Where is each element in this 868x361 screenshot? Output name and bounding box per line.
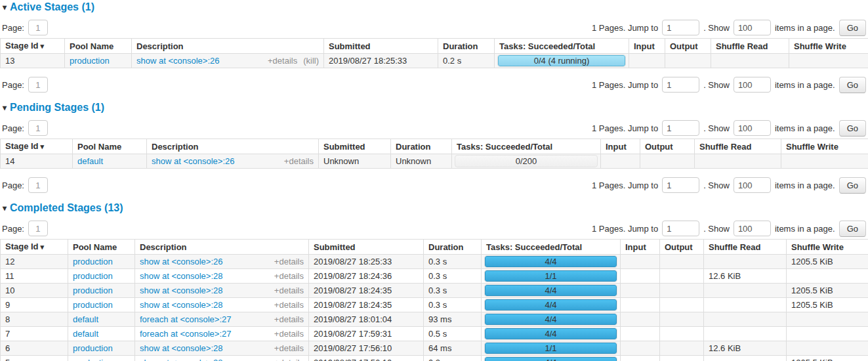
go-button[interactable]: Go <box>839 177 866 194</box>
col-header-shuffle-read[interactable]: Shuffle Read <box>695 139 781 154</box>
col-header-tasks[interactable]: Tasks: Succeeded/Total <box>482 240 621 255</box>
col-header-pool-name[interactable]: Pool Name <box>73 139 147 154</box>
description-link[interactable]: show at <console>:28 <box>140 358 222 361</box>
pool-name-link[interactable]: default <box>73 314 98 324</box>
details-toggle[interactable]: +details <box>274 257 304 266</box>
description-link[interactable]: foreach at <console>:27 <box>140 329 232 339</box>
details-toggle[interactable]: +details <box>274 286 304 295</box>
stage-row: 12productionshow at <console>:26+details… <box>1 255 868 269</box>
pool-name-link[interactable]: production <box>73 257 113 266</box>
col-header-stage-id[interactable]: Stage Id▾ <box>1 240 68 255</box>
page-label: Page: <box>2 224 24 234</box>
col-header-output[interactable]: Output <box>640 139 695 154</box>
col-header-description[interactable]: Description <box>132 39 324 54</box>
jump-to-page-input[interactable] <box>662 20 699 35</box>
details-toggle[interactable]: +details <box>274 358 304 361</box>
col-header-duration[interactable]: Duration <box>391 139 452 154</box>
go-button[interactable]: Go <box>839 120 866 137</box>
details-toggle[interactable]: +details <box>284 156 314 166</box>
jump-to-page-input[interactable] <box>662 77 699 93</box>
pool-name-link[interactable]: production <box>73 300 113 310</box>
page-number-input[interactable] <box>28 77 48 93</box>
col-header-input[interactable]: Input <box>621 240 660 255</box>
col-header-tasks[interactable]: Tasks: Succeeded/Total <box>495 39 629 54</box>
show-items-input[interactable] <box>734 120 771 136</box>
duration-cell: 0.3 s <box>424 255 482 269</box>
col-header-tasks[interactable]: Tasks: Succeeded/Total <box>452 139 601 154</box>
details-toggle[interactable]: +details <box>274 300 304 310</box>
sort-desc-icon: ▾ <box>41 243 45 251</box>
description-link[interactable]: show at <console>:28 <box>140 271 222 281</box>
col-header-pool-name[interactable]: Pool Name <box>65 39 132 54</box>
col-header-description[interactable]: Description <box>135 240 309 255</box>
page-number-input[interactable] <box>28 120 48 136</box>
col-header-shuffle-write[interactable]: Shuffle Write <box>781 139 868 154</box>
col-header-stage-id[interactable]: Stage Id▾ <box>1 39 65 54</box>
col-header-stage-id[interactable]: Stage Id▾ <box>1 139 73 154</box>
section-title-link[interactable]: Active Stages (1) <box>10 1 94 12</box>
pool-name-link[interactable]: production <box>73 271 113 281</box>
col-header-description[interactable]: Description <box>147 139 319 154</box>
page-number-input[interactable] <box>28 177 48 193</box>
col-header-submitted[interactable]: Submitted <box>309 240 424 255</box>
collapse-arrow-icon[interactable]: ▾ <box>3 3 7 12</box>
pagination-bar: Page: 1 Pages. Jump to . Show items in a… <box>2 220 866 237</box>
tasks-progress-bar: 0/4 (4 running) <box>497 54 626 67</box>
col-header-output[interactable]: Output <box>660 240 704 255</box>
jump-to-page-input[interactable] <box>662 177 699 193</box>
tasks-progress-label: 4/4 <box>485 328 617 339</box>
section-title-link[interactable]: Completed Stages (13) <box>10 202 123 213</box>
show-items-input[interactable] <box>734 77 771 93</box>
description-actions: +details(kill) <box>268 56 319 66</box>
page-number-input[interactable] <box>28 221 48 236</box>
description-link[interactable]: show at <console>:26 <box>136 56 219 66</box>
pool-name-link[interactable]: production <box>73 286 113 295</box>
kill-link[interactable]: (kill) <box>303 56 319 66</box>
description-link[interactable]: foreach at <console>:27 <box>140 314 232 324</box>
jump-to-page-input[interactable] <box>662 120 699 136</box>
tasks-progress-label: 4/4 <box>485 314 617 325</box>
details-toggle[interactable]: +details <box>274 343 304 353</box>
col-header-submitted[interactable]: Submitted <box>319 139 391 154</box>
jump-to-page-input[interactable] <box>662 221 699 236</box>
show-items-input[interactable] <box>734 177 771 193</box>
details-toggle[interactable]: +details <box>274 329 304 339</box>
details-toggle[interactable]: +details <box>268 56 297 66</box>
go-button[interactable]: Go <box>839 77 866 93</box>
col-header-submitted[interactable]: Submitted <box>324 39 438 54</box>
description-link[interactable]: show at <console>:26 <box>152 156 234 166</box>
collapse-arrow-icon[interactable]: ▾ <box>3 203 7 213</box>
details-toggle[interactable]: +details <box>274 314 304 324</box>
col-header-input[interactable]: Input <box>601 139 640 154</box>
stage-row: 13productionshow at <console>:26+details… <box>1 54 868 68</box>
col-header-shuffle-read[interactable]: Shuffle Read <box>704 240 787 255</box>
section-title-link[interactable]: Pending Stages (1) <box>10 102 104 113</box>
description-link[interactable]: show at <console>:28 <box>140 286 222 295</box>
col-header-shuffle-write[interactable]: Shuffle Write <box>789 39 868 54</box>
submitted-cell: 2019/08/27 18:24:35 <box>309 298 424 312</box>
show-items-input[interactable] <box>734 20 771 35</box>
page-number-input[interactable] <box>28 20 48 35</box>
go-button[interactable]: Go <box>839 20 866 36</box>
pool-name-link[interactable]: default <box>73 329 98 339</box>
col-header-duration[interactable]: Duration <box>424 240 482 255</box>
pool-name-link[interactable]: production <box>73 343 113 353</box>
col-header-duration[interactable]: Duration <box>438 39 495 54</box>
pool-name-link[interactable]: production <box>70 56 110 66</box>
description-link[interactable]: show at <console>:28 <box>140 300 222 310</box>
pool-name-link[interactable]: production <box>73 358 113 361</box>
pool-name-link[interactable]: default <box>77 156 103 166</box>
duration-cell: 93 ms <box>424 312 482 327</box>
col-header-output[interactable]: Output <box>665 39 711 54</box>
collapse-arrow-icon[interactable]: ▾ <box>3 103 7 112</box>
details-toggle[interactable]: +details <box>274 271 304 281</box>
page-label: Page: <box>2 123 24 133</box>
col-header-shuffle-read[interactable]: Shuffle Read <box>711 39 789 54</box>
col-header-pool-name[interactable]: Pool Name <box>68 240 135 255</box>
col-header-input[interactable]: Input <box>629 39 665 54</box>
show-items-input[interactable] <box>734 221 771 236</box>
description-link[interactable]: show at <console>:26 <box>140 257 222 266</box>
description-link[interactable]: show at <console>:28 <box>140 343 222 353</box>
go-button[interactable]: Go <box>839 221 866 237</box>
col-header-shuffle-write[interactable]: Shuffle Write <box>787 240 868 255</box>
